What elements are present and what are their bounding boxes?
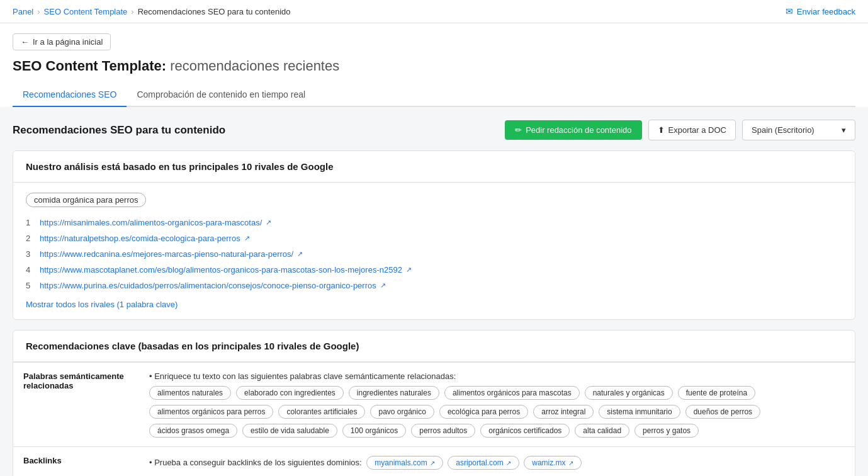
keyword-tag-item: arroz integral [533, 405, 594, 419]
table-row-palabras: Palabras semánticamente relacionadas • E… [13, 363, 855, 447]
row-content-palabras: • Enriquece tu texto con las siguientes … [139, 363, 855, 447]
section-main-title: Recomendaciones SEO para tu contenido [13, 124, 225, 137]
keyword-tag-item: dueños de perros [685, 405, 760, 419]
rival-link-5[interactable]: https://www.purina.es/cuidados/perros/al… [40, 281, 376, 290]
keyword-tag-item: ingredientes naturales [349, 386, 439, 400]
analysis-card: Nuestro análisis está basado en tus prin… [13, 150, 855, 320]
keyword-tag-item: elaborado con ingredientes [236, 386, 344, 400]
row-label-backlinks: Backlinks [13, 447, 139, 477]
feedback-icon: ✉ [786, 6, 793, 16]
palabras-tags: alimentos naturaleselaborado con ingredi… [149, 386, 845, 438]
chevron-down-icon: ▾ [842, 125, 846, 135]
action-buttons: ✏ Pedir redacción de contenido ⬆ Exporta… [505, 120, 855, 140]
feedback-label: Enviar feedback [797, 7, 855, 16]
breadcrumb: Panel › SEO Content Template › Recomenda… [13, 7, 291, 16]
breadcrumb-current: Recomendaciones SEO para tu contenido [138, 7, 291, 16]
external-link-icon-1: ↗ [266, 218, 271, 227]
palabras-bullet: • Enriquece tu texto con las siguientes … [149, 371, 456, 381]
keyword-tag-item: 100 orgánicos [342, 424, 406, 438]
page-title-subtitle: recomendaciones recientes [166, 58, 339, 74]
tab-comprobacion[interactable]: Comprobación de contenido en tiempo real [127, 83, 315, 107]
edit-icon: ✏ [515, 125, 522, 135]
export-icon: ⬆ [658, 125, 665, 135]
keyword-tag-item: sistema inmunitario [599, 405, 680, 419]
page-title: SEO Content Template: recomendaciones re… [13, 58, 855, 74]
keyword-tag: comida orgánica para perros [26, 193, 146, 207]
recommendations-card: Recomendaciones clave (basadas en los pr… [13, 330, 855, 476]
keyword-tag-item: perros adultos [411, 424, 475, 438]
breadcrumb-tool[interactable]: SEO Content Template [44, 7, 128, 16]
section-header-row: Recomendaciones SEO para tu contenido ✏ … [13, 120, 855, 140]
domain-tag-1[interactable]: myanimals.com ↗ [366, 456, 442, 470]
backlinks-bullet: • Prueba a conseguir backlinks de los si… [149, 458, 362, 467]
exportar-label: Exportar a DOC [668, 125, 726, 135]
external-link-icon-5: ↗ [380, 281, 386, 290]
row-content-backlinks: • Prueba a conseguir backlinks de los si… [139, 447, 855, 477]
rival-item: 4 https://www.mascotaplanet.com/es/blog/… [26, 262, 842, 278]
tabs: Recomendaciones SEO Comprobación de cont… [13, 83, 855, 107]
analysis-card-body: comida orgánica para perros 1 https://mi… [13, 183, 855, 319]
analysis-card-title: Nuestro análisis está basado en tus prin… [13, 151, 855, 183]
ext-icon: ↗ [430, 460, 435, 467]
ext-icon: ↗ [568, 460, 573, 467]
location-select[interactable]: Spain (Escritorio) ▾ [742, 120, 855, 140]
rival-link-3[interactable]: https://www.redcanina.es/mejores-marcas-… [40, 249, 293, 259]
external-link-icon-4: ↗ [406, 266, 412, 274]
keyword-tag-item: alimentos naturales [149, 386, 231, 400]
top-bar: Panel › SEO Content Template › Recomenda… [0, 0, 868, 23]
keyword-tag-item: estilo de vida saludable [242, 424, 337, 438]
row-label-palabras: Palabras semánticamente relacionadas [13, 363, 139, 447]
keyword-tag-item: alta calidad [575, 424, 629, 438]
external-link-icon-2: ↗ [244, 234, 250, 242]
main-content: Recomendaciones SEO para tu contenido ✏ … [0, 107, 868, 476]
show-all-rivals-link[interactable]: Mostrar todos los rivales (1 palabra cla… [26, 300, 178, 309]
keyword-tag-item: pavo orgánico [370, 405, 434, 419]
rival-item: 5 https://www.purina.es/cuidados/perros/… [26, 278, 842, 293]
location-label: Spain (Escritorio) [752, 125, 814, 135]
breadcrumb-panel[interactable]: Panel [13, 7, 33, 16]
page-header: ← Ir a la página inicial SEO Content Tem… [0, 23, 868, 107]
back-arrow-icon: ← [21, 37, 29, 47]
pedir-redaccion-button[interactable]: ✏ Pedir redacción de contenido [505, 120, 641, 140]
ext-icon: ↗ [506, 460, 511, 467]
domain-tag-2[interactable]: asriportal.com ↗ [448, 456, 519, 470]
table-row-backlinks: Backlinks • Prueba a conseguir backlinks… [13, 447, 855, 477]
keyword-tag-item: fuente de proteína [678, 386, 755, 400]
back-button[interactable]: ← Ir a la página inicial [13, 33, 111, 50]
back-label: Ir a la página inicial [33, 37, 103, 47]
keyword-tag-item: ecológica para perros [439, 405, 528, 419]
rival-item: 3 https://www.redcanina.es/mejores-marca… [26, 246, 842, 262]
exportar-doc-button[interactable]: ⬆ Exportar a DOC [648, 120, 736, 140]
rival-link-1[interactable]: https://misanimales.com/alimentos-organi… [40, 218, 262, 227]
rival-link-2[interactable]: https://naturalpetshop.es/comida-ecologi… [40, 234, 240, 243]
keyword-tag-item: ácidos grasos omega [149, 424, 237, 438]
rival-list: 1 https://misanimales.com/alimentos-orga… [26, 215, 842, 293]
domain-tag-3[interactable]: wamiz.mx ↗ [524, 456, 581, 470]
recommendations-card-title: Recomendaciones clave (basadas en los pr… [13, 331, 855, 362]
keyword-tag-item: colorantes artificiales [278, 405, 365, 419]
tab-recomendaciones-seo[interactable]: Recomendaciones SEO [13, 83, 127, 107]
keyword-tag-item: alimentos orgánicos para mascotas [444, 386, 580, 400]
feedback-button[interactable]: ✉ Enviar feedback [786, 6, 855, 16]
keyword-tag-item: orgánicos certificados [480, 424, 570, 438]
keyword-tag-item: naturales y orgánicas [585, 386, 673, 400]
rival-link-4[interactable]: https://www.mascotaplanet.com/es/blog/al… [40, 265, 402, 275]
keyword-tag-item: alimentos orgánicos para perros [149, 405, 273, 419]
rival-item: 1 https://misanimales.com/alimentos-orga… [26, 215, 842, 230]
keyword-tag-item: perros y gatos [634, 424, 699, 438]
page-title-strong: SEO Content Template: [13, 58, 166, 74]
rival-item: 2 https://naturalpetshop.es/comida-ecolo… [26, 230, 842, 246]
recommendations-table: Palabras semánticamente relacionadas • E… [13, 362, 855, 476]
pedir-label: Pedir redacción de contenido [526, 125, 631, 135]
external-link-icon-3: ↗ [297, 250, 303, 258]
